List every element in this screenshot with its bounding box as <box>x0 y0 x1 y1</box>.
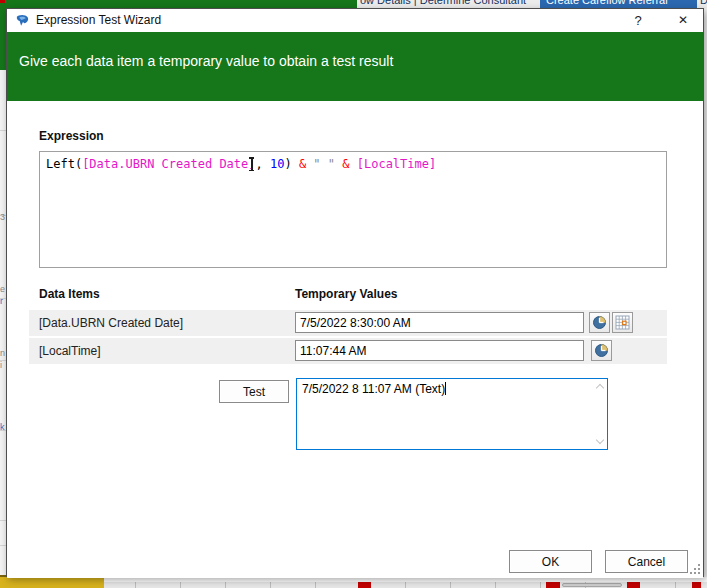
scroll-down-icon[interactable] <box>596 437 604 445</box>
background-header-strip <box>0 0 357 8</box>
code-token-operator: & <box>342 157 349 171</box>
text-cursor-icon <box>248 156 255 172</box>
timeline-thumb <box>562 583 622 587</box>
code-token: ) <box>284 157 298 171</box>
timeline-marker <box>358 582 371 588</box>
test-result-box[interactable]: 7/5/2022 8 11:07 AM (Text) <box>296 378 608 450</box>
data-item-row: [Data.UBRN Created Date] <box>29 310 667 336</box>
temporary-value-input[interactable] <box>295 312 584 333</box>
instruction-text: Give each data item a temporary value to… <box>7 32 703 69</box>
background-tab-fragment-right: D <box>700 0 707 6</box>
expression-editor[interactable]: Left([Data.UBRN Created Date], 10) & " "… <box>39 151 667 268</box>
time-picker-icon <box>592 315 607 330</box>
date-picker-button[interactable] <box>612 312 633 333</box>
cancel-button[interactable]: Cancel <box>605 550 688 573</box>
background-timeline-grid <box>0 582 707 588</box>
temporary-value-input[interactable] <box>295 340 584 361</box>
test-button[interactable]: Test <box>219 380 289 403</box>
temporary-values-header: Temporary Values <box>295 287 398 301</box>
dialog-body: Expression Left([Data.UBRN Created Date]… <box>7 101 703 578</box>
expression-label: Expression <box>39 129 104 143</box>
date-picker-icon <box>615 315 630 330</box>
ok-button[interactable]: OK <box>509 550 592 573</box>
timeline-marker <box>627 582 640 588</box>
timeline-marker <box>546 582 560 588</box>
data-item-name: [LocalTime] <box>39 344 101 358</box>
background-text-fragment: 3 <box>0 212 5 222</box>
code-token-number: 10 <box>270 157 284 171</box>
background-text-fragment: e <box>0 284 5 294</box>
time-picker-button[interactable] <box>589 312 610 333</box>
background-tabs-fragment: ow Details | Determine Consultant <box>360 0 526 6</box>
scroll-up-icon[interactable] <box>596 383 604 391</box>
dialog-title: Expression Test Wizard <box>36 13 161 27</box>
instruction-banner: Give each data item a temporary value to… <box>7 32 703 101</box>
background-active-tab: Create Careflow Referral <box>540 0 697 8</box>
background-text-fragment: n <box>0 348 5 358</box>
background-text-fragment: k <box>0 422 5 432</box>
background-red-mark <box>0 0 5 3</box>
resize-grip-icon[interactable] <box>690 564 701 575</box>
close-button[interactable]: ✕ <box>667 9 699 32</box>
code-token: Left( <box>46 157 82 171</box>
data-item-row: [LocalTime] <box>29 338 667 364</box>
timeline-marker <box>692 582 701 588</box>
code-token-field: [Data.UBRN Created Date] <box>82 157 255 171</box>
data-items-header: Data Items <box>39 287 100 301</box>
code-token <box>350 157 357 171</box>
test-result-text: 7/5/2022 8 11:07 AM (Text) <box>302 382 445 396</box>
background-text-fragment: i <box>0 360 2 370</box>
dialog-title-bar: Expression Test Wizard ? ✕ <box>7 9 703 32</box>
data-item-name: [Data.UBRN Created Date] <box>39 316 183 330</box>
background-tab-bar: ow Details | Determine Consultant Create… <box>0 0 707 8</box>
time-picker-button[interactable] <box>591 340 612 361</box>
expression-test-wizard-dialog: Expression Test Wizard ? ✕ Give each dat… <box>6 8 704 577</box>
help-button[interactable]: ? <box>623 9 653 32</box>
background-text-fragment: r <box>0 296 3 306</box>
background-bottom-strip <box>0 577 707 588</box>
time-picker-icon <box>594 343 609 358</box>
code-token-field: [LocalTime] <box>357 157 436 171</box>
background-active-tab-label: Create Careflow Referral <box>546 0 668 6</box>
text-caret <box>445 382 446 395</box>
code-token: , <box>256 157 270 171</box>
code-token-string: " " <box>313 157 335 171</box>
wizard-app-icon <box>15 13 30 28</box>
